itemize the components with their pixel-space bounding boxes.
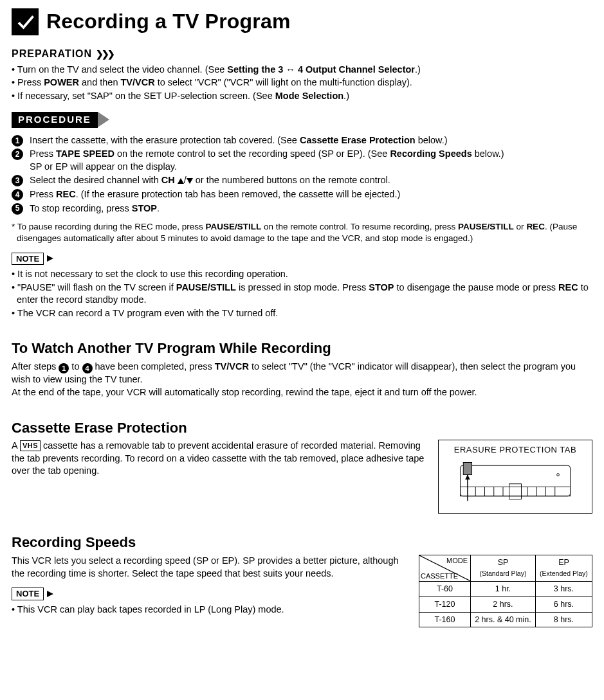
svg-rect-0 [461, 465, 571, 496]
preparation-heading: PREPARATION ❯❯❯ [12, 47, 592, 61]
step-number-icon: 5 [12, 203, 23, 215]
note-item: • It is not necessary to set the clock t… [12, 268, 592, 281]
chevron-up-icon [178, 178, 184, 184]
procedure-list: 1 Insert the cassette, with the erasure … [12, 134, 592, 215]
note-list: • It is not necessary to set the clock t… [12, 268, 592, 319]
erasure-protection-figure: ERASURE PROTECTION TAB [438, 440, 592, 514]
erase-protection-heading: Cassette Erase Protection [12, 418, 592, 438]
step-number-icon: 3 [12, 175, 23, 186]
watch-another-heading: To Watch Another TV Program While Record… [12, 339, 592, 358]
svg-rect-4 [463, 462, 471, 474]
page-title-row: Recording a TV Program [12, 8, 592, 35]
table-header: SP(Standard Play) [471, 555, 536, 582]
step-number-icon: 2 [12, 148, 23, 160]
note-item: • The VCR can record a TV program even w… [12, 307, 592, 320]
preparation-item: • Turn on the TV and select the video ch… [12, 64, 592, 76]
checkmark-icon [12, 8, 39, 35]
table-row: T-120 2 hrs. 6 hrs. [419, 597, 592, 612]
fastforward-icon: ❯❯❯ [96, 48, 113, 60]
svg-rect-1 [461, 487, 571, 496]
preparation-list: • Turn on the TV and select the video ch… [12, 64, 592, 103]
table-header: EP(Extended Play) [535, 555, 592, 582]
step-number-icon: 4 [82, 363, 93, 373]
recording-speeds-table: MODE CASSETTE SP(Standard Play) EP(Exten… [419, 555, 592, 627]
note-item: • "PAUSE" will flash on the TV screen if… [12, 282, 592, 307]
step-number-icon: 1 [59, 363, 69, 373]
svg-rect-2 [509, 484, 522, 499]
recording-speeds-heading: Recording Speeds [12, 533, 592, 552]
note-item: • This VCR can play back tapes recorded … [12, 604, 410, 616]
procedure-footnote: * To pause recording during the REC mode… [12, 221, 592, 244]
procedure-step: 1 Insert the cassette, with the erasure … [12, 134, 592, 147]
procedure-step: 4 Press REC. (If the erasure protection … [12, 188, 592, 201]
step-number-icon: 4 [12, 189, 23, 201]
table-header-diagonal: MODE CASSETTE [419, 555, 471, 582]
note-heading: NOTE [12, 253, 44, 265]
procedure-step: 2 Press TAPE SPEED on the remote control… [12, 148, 592, 173]
chevron-down-icon [187, 178, 193, 184]
erase-protection-body: A VHS cassette has a removable tab to pr… [12, 440, 429, 478]
svg-marker-6 [465, 474, 470, 480]
svg-point-3 [557, 473, 560, 476]
table-row: T-160 2 hrs. & 40 min. 8 hrs. [419, 612, 592, 627]
step-number-icon: 1 [12, 135, 23, 147]
procedure-step: 3 Select the desired channel with CH / o… [12, 174, 592, 187]
preparation-item: • If necessary, set "SAP" on the SET UP-… [12, 90, 592, 103]
procedure-step: 5 To stop recording, press STOP. [12, 202, 592, 215]
note-heading: NOTE [12, 588, 44, 600]
watch-another-body: After steps 1 to 4 have been completed, … [12, 361, 592, 399]
preparation-item: • Press POWER and then TV/VCR to select … [12, 76, 592, 89]
table-row: T-60 1 hr. 3 hrs. [419, 581, 592, 597]
cassette-icon [454, 458, 576, 503]
procedure-heading: PROCEDURE [12, 112, 98, 127]
vhs-logo-icon: VHS [20, 440, 41, 451]
recording-speeds-body: This VCR lets you select a recording spe… [12, 555, 410, 580]
page-title: Recording a TV Program [46, 8, 291, 35]
figure-label: ERASURE PROTECTION TAB [446, 444, 584, 456]
